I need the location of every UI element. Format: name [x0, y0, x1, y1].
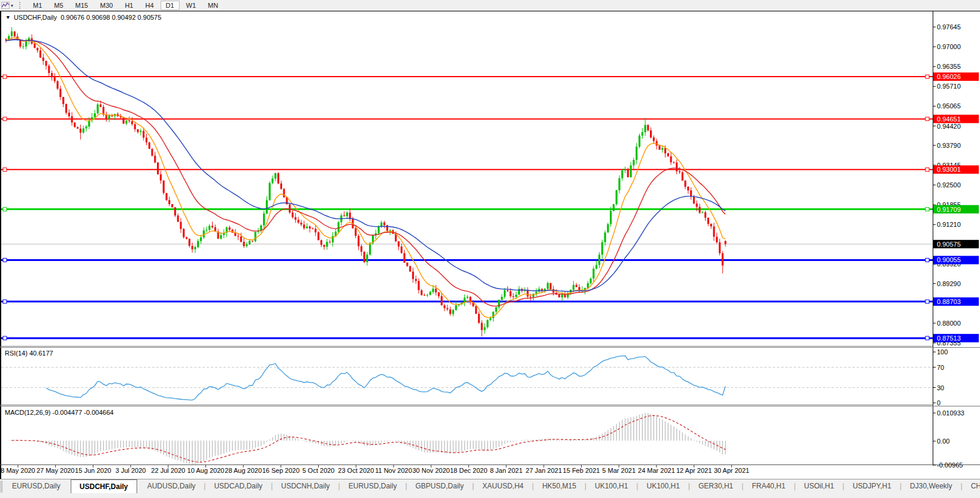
tab-china300-h1[interactable]: CHINA300,H1: [963, 480, 980, 493]
svg-text:28 Aug 2020: 28 Aug 2020: [225, 467, 262, 474]
svg-text:16 Sep 2020: 16 Sep 2020: [262, 467, 300, 474]
tab-eurusd-daily[interactable]: EURUSD,Daily: [4, 480, 69, 493]
timeframe-m1[interactable]: M1: [28, 1, 47, 10]
chart-ohlc: 0.90676 0.90698 0.90492 0.90575: [61, 14, 161, 21]
svg-text:0.97645: 0.97645: [937, 23, 961, 31]
svg-text:8 Jan 2021: 8 Jan 2021: [490, 467, 522, 474]
timeframe-h4[interactable]: H4: [140, 1, 159, 10]
svg-text:18 Dec 2020: 18 Dec 2020: [450, 467, 487, 474]
rsi-indicator-label: RSI(14) 40.6177: [5, 350, 53, 357]
tab-usdcad-daily[interactable]: USDCAD,Daily: [205, 480, 271, 493]
svg-text:0.00: 0.00: [937, 438, 949, 445]
svg-text:30 Nov 2020: 30 Nov 2020: [413, 467, 450, 474]
svg-text:0.94651: 0.94651: [937, 116, 961, 123]
svg-text:15 Feb 2021: 15 Feb 2021: [563, 467, 600, 474]
svg-text:30 Apr 2021: 30 Apr 2021: [714, 467, 749, 474]
tab-usdcnh-daily[interactable]: USDCNH,Daily: [273, 480, 338, 493]
svg-text:24 Mar 2021: 24 Mar 2021: [638, 467, 675, 474]
svg-text:0: 0: [937, 399, 940, 406]
svg-text:0.89290: 0.89290: [937, 280, 961, 287]
chart-tab-bar: EURUSD,Daily|USDCHF,Daily|AUDUSD,Daily|U…: [0, 479, 980, 498]
timeframe-toolbar: ▾ M1M5M15M30H1H4D1W1MN: [0, 0, 980, 11]
tab-hk50-m15[interactable]: HK50,M15: [534, 480, 585, 493]
svg-text:0.93790: 0.93790: [937, 142, 961, 149]
svg-text:10 Aug 2020: 10 Aug 2020: [187, 467, 225, 474]
timeframe-m5[interactable]: M5: [49, 1, 68, 10]
svg-text:-0.00965: -0.00965: [937, 461, 963, 469]
svg-text:0.96355: 0.96355: [937, 63, 961, 70]
svg-text:8 May 2020: 8 May 2020: [1, 467, 35, 474]
timeframe-m15[interactable]: M15: [70, 1, 93, 10]
toolbar-grip: [19, 2, 23, 9]
tab-dj30-weekly[interactable]: DJ30,Weekly: [902, 480, 960, 493]
svg-text:0.94420: 0.94420: [937, 123, 961, 130]
timeframe-d1[interactable]: D1: [161, 1, 180, 10]
svg-text:0.95710: 0.95710: [937, 83, 961, 90]
timeframe-m30[interactable]: M30: [95, 1, 118, 10]
tab-xauusd-h4[interactable]: XAUUSD,H4: [474, 480, 532, 493]
svg-text:3 Jul 2020: 3 Jul 2020: [116, 467, 146, 474]
svg-text:12 Apr 2021: 12 Apr 2021: [676, 467, 712, 474]
svg-text:27 May 2020: 27 May 2020: [37, 467, 75, 474]
mt4-window: ▾ M1M5M15M30H1H4D1W1MN 0.976450.970000.9…: [0, 0, 980, 498]
svg-text:0.91709: 0.91709: [937, 206, 961, 213]
svg-text:5 Oct 2020: 5 Oct 2020: [303, 467, 335, 474]
chart-symbol: USDCHF,Daily: [14, 14, 57, 21]
indicator-icon[interactable]: [0, 1, 11, 10]
svg-text:27 Jan 2021: 27 Jan 2021: [526, 467, 562, 474]
svg-text:0.90575: 0.90575: [937, 241, 961, 248]
svg-text:0.87513: 0.87513: [937, 335, 961, 342]
svg-text:0.97000: 0.97000: [937, 43, 961, 50]
tab-fra40-h1[interactable]: FRA40,H1: [743, 480, 794, 493]
tabbar-grip: [1, 481, 2, 493]
svg-text:23 Oct 2020: 23 Oct 2020: [338, 467, 374, 474]
svg-text:0.96026: 0.96026: [937, 73, 961, 80]
svg-text:30: 30: [937, 384, 944, 391]
tab-usoil-h1[interactable]: USOil,H1: [796, 480, 842, 493]
svg-text:0.010933: 0.010933: [937, 409, 964, 417]
tab-eurusd-daily[interactable]: EURUSD,Daily: [340, 480, 406, 493]
tab-ger30-h1[interactable]: GER30,H1: [690, 480, 742, 493]
macd-indicator-label: MACD(12,26,9) -0.004477 -0.004664: [5, 409, 114, 416]
svg-text:0.91210: 0.91210: [937, 221, 961, 228]
timeframe-mn[interactable]: MN: [202, 1, 223, 10]
tab-audusd-daily[interactable]: AUDUSD,Daily: [139, 480, 204, 493]
chart-title: ▼USDCHF,Daily 0.90676 0.90698 0.90492 0.…: [5, 14, 161, 21]
svg-text:100: 100: [937, 348, 948, 356]
tab-usdjpy-h1[interactable]: USDJPY,H1: [844, 480, 899, 493]
svg-text:0.95065: 0.95065: [937, 102, 961, 110]
svg-text:5 Mar 2021: 5 Mar 2021: [602, 467, 636, 474]
chart-collapse-icon[interactable]: ▼: [5, 14, 11, 20]
svg-text:11 Nov 2020: 11 Nov 2020: [375, 467, 412, 474]
tab-gbpusd-daily[interactable]: GBPUSD,Daily: [407, 480, 473, 493]
svg-text:0.88000: 0.88000: [937, 320, 961, 327]
svg-text:15 Jun 2020: 15 Jun 2020: [75, 467, 111, 474]
indicator-dropdown-caret-icon[interactable]: ▾: [11, 3, 16, 8]
svg-text:70: 70: [937, 364, 944, 371]
svg-text:0.88703: 0.88703: [937, 298, 961, 305]
svg-text:0.90055: 0.90055: [937, 256, 961, 263]
timeframe-w1[interactable]: W1: [181, 1, 202, 10]
tab-usdchf-daily[interactable]: USDCHF,Daily: [71, 479, 137, 493]
svg-text:0.93001: 0.93001: [937, 166, 961, 173]
timeframe-h1[interactable]: H1: [119, 1, 138, 10]
chart-canvas[interactable]: 0.976450.970000.963550.957100.950650.944…: [0, 11, 980, 479]
tab-uk100-h1[interactable]: UK100,H1: [586, 480, 636, 493]
svg-text:0.92500: 0.92500: [937, 181, 961, 189]
svg-text:22 Jul 2020: 22 Jul 2020: [151, 467, 185, 474]
tab-uk100-h1[interactable]: UK100,H1: [638, 480, 688, 493]
